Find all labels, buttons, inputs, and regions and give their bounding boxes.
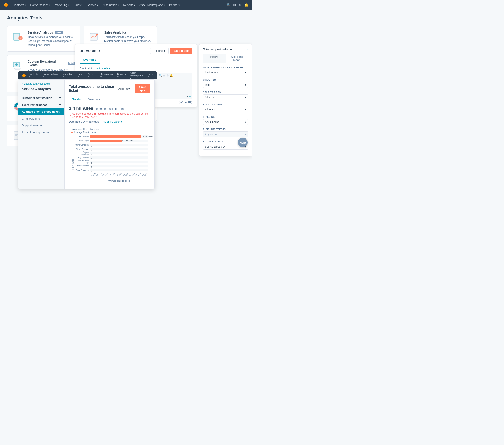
bar-name-1: Sally Page [74,140,90,142]
sa-save-report-button[interactable]: Save report [135,84,150,93]
bell-icon[interactable]: 🔔 [244,3,249,7]
nav-conversations[interactable]: Conversations ▾ [28,2,52,7]
chevron-down-icon: ▾ [245,133,246,136]
date-range-filter: Date range by create date Last month ▾ [203,66,248,76]
actions-button-bg[interactable]: Actions ▾ [150,48,169,54]
nav-sales[interactable]: Sales ▾ [72,2,84,7]
main-content: Analytics Tools ? Service Analytics BETA… [0,10,252,152]
nav-automation[interactable]: Automation ▾ [101,2,121,7]
bar-chart: Date range: This entire week Average Tim… [69,126,150,184]
nav-contacts[interactable]: Contacts ▾ [11,2,28,7]
sec-nav-asset[interactable]: Asset Marketplace ▾ [128,71,145,80]
filter-tab-filters[interactable]: Filters [203,54,226,63]
chevron-down-icon: ▾ [245,96,246,99]
sa-content-header: Total average time to close ticket Actio… [69,84,150,93]
sa-tabs: Totals Over time [69,96,150,103]
back-to-analytics[interactable]: ‹ Back to analytics tools [18,80,64,86]
pipeline-status-select[interactable]: Any status ▾ [203,132,248,137]
sa-nav-team-performance-label: Team Performance [22,103,47,107]
bar-name-2: Oliver Johnson [74,144,90,146]
sec-nav-reports[interactable]: Reports ▾ [115,72,127,79]
service-analytics-icon: ? [12,31,24,43]
sec-nav-automation[interactable]: Automation ▾ [99,72,115,79]
sec-settings-icon[interactable]: ⚙ [166,74,169,77]
select-reps-filter: Select reps All reps ▾ [203,91,248,100]
nav-service[interactable]: Service ▾ [85,2,100,7]
x-tick-2: 75 seconds [102,173,109,176]
bar-name-5: Ally Brillaud [74,156,90,158]
filters-panel-title: Total support volume [203,48,232,51]
bar-value-2: 0 [91,145,92,147]
sa-tab-overtime[interactable]: Over time [84,96,104,103]
x-tick-1: 50 seconds [96,173,103,176]
sa-nav-chat-wait[interactable]: Chat wait time [18,115,64,122]
sec-nav-service[interactable]: Service ▾ [86,72,98,79]
report-tab-overtime[interactable]: Over time [80,56,100,63]
save-report-button-bg[interactable]: Save report [170,48,192,54]
nav-marketing[interactable]: Marketing ▾ [53,2,71,7]
sa-content-title: Total average time to close ticket [69,85,115,93]
card-service-analytics[interactable]: ? Service Analytics BETA Track activitie… [7,26,80,52]
chevron-down-icon: ▾ [49,4,50,6]
sales-analytics-desc: Track activities to coach your reps. Mon… [104,35,152,43]
sa-nav-avg-time-close[interactable]: Average time to close ticket [18,108,64,115]
search-icon[interactable]: 🔍 [226,3,231,7]
x-tick-5: 2.5 minutes [123,173,129,176]
date-range-select[interactable]: Last month ▾ [203,70,248,76]
settings-icon[interactable]: ⚙ [239,3,242,7]
pipeline-select[interactable]: Any pipeline ▾ [203,119,248,125]
sec-search-icon[interactable]: 🔍 [159,74,162,77]
select-teams-select[interactable]: All teams ▾ [203,107,248,113]
select-teams-filter: Select teams All teams ▾ [203,103,248,113]
sec-nav-conversations[interactable]: Conversations ▾ [41,72,60,79]
expand-icon[interactable]: » [247,48,248,51]
sa-tab-totals[interactable]: Totals [69,96,84,103]
sa-nav-team-performance[interactable]: Team Performance ▾ [18,101,64,108]
chart-date-range: Date range: This entire week [71,128,148,130]
sa-content: Total average time to close ticket Actio… [65,80,154,189]
svg-rect-20 [15,133,18,134]
sec-nav-sales[interactable]: Sales ▾ [76,72,86,79]
bar-value-7: 0 [91,166,92,168]
date-range-label: Date range by create date [203,66,248,69]
select-reps-select[interactable]: All reps ▾ [203,94,248,100]
sales-analytics-content: Sales Analytics Track activities to coac… [104,31,152,43]
nav-asset-marketplace[interactable]: Asset Marketplace ▾ [138,2,166,7]
svg-rect-1 [14,35,18,35]
sa-date-link[interactable]: This entire week ▾ [101,120,122,123]
x-tick-4: 125 seconds [116,173,123,176]
custom-behavioral-title: Custom Behavioral Events BETA [28,60,75,67]
bar-value-1: 127 seconds [122,139,133,142]
bar-value-0: 4.8 minutes [143,135,154,137]
x-axis-label: Average Time to close [90,180,148,182]
pipeline-filter: Pipeline Any pipeline ▾ [203,116,248,125]
sa-nav-support-volume[interactable]: Support volume [18,122,64,129]
custom-behavioral-icon [12,60,24,72]
sa-nav-chat-wait-label: Chat wait time [22,117,40,120]
create-date-value[interactable]: Last month ▾ [95,67,110,70]
hubspot-logo: 🔶 [3,2,8,7]
sa-actions-button[interactable]: Actions ▾ [115,84,133,93]
nav-partner[interactable]: Partner ▾ [167,2,182,7]
filter-tab-about[interactable]: About this report [226,54,248,63]
sa-nav-ticket-pipeline[interactable]: Ticket time in pipeline [18,129,64,135]
legend-label: Average Time to close [74,131,96,134]
sec-nav-marketing[interactable]: Marketing ▾ [61,72,75,79]
chevron-down-icon: ▾ [245,71,246,74]
secondary-logo: 🔶 [22,74,26,77]
grid-icon[interactable]: ⊞ [233,3,236,7]
sec-nav-contacts[interactable]: Contacts ▾ [27,72,40,79]
bar-fill-1: 127 seconds [90,140,122,142]
bar-name-3: Steve Support [74,148,90,150]
sa-nav-customer-satisfaction[interactable]: Customer Satisfaction ▾ [18,95,64,101]
pipeline-status-label: Pipeline status [203,128,248,131]
help-button[interactable]: Help [238,138,248,147]
group-by-select[interactable]: Rep ▾ [203,82,248,88]
nav-reports[interactable]: Reports ▾ [121,2,137,7]
sec-bell-icon[interactable]: 🔔 [170,74,173,77]
service-analytics-content: Service Analytics BETA Track activities … [28,31,75,47]
sec-nav-partner[interactable]: Partner ▾ [146,72,157,79]
sec-grid-icon[interactable]: ⊞ [163,74,165,77]
x-tick-3: 100 seconds [108,173,116,176]
x-tick-0: 25 seconds [90,173,96,176]
